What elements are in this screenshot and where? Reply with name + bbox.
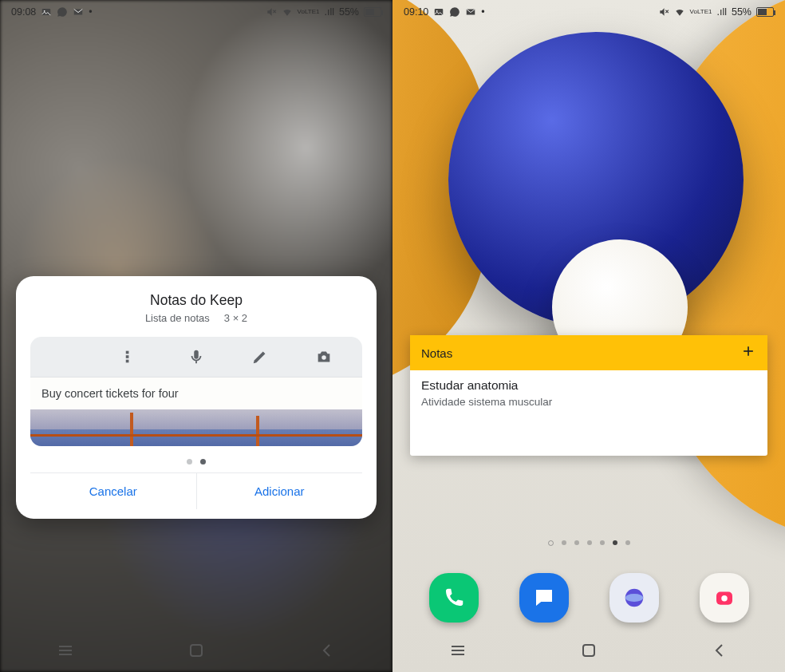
signal-icon: .ıll	[324, 6, 334, 18]
image-icon	[41, 6, 52, 18]
messages-app[interactable]	[519, 573, 569, 623]
svg-rect-4	[126, 351, 129, 354]
note-item[interactable]: Estudar anatomia Atividade sistema muscu…	[410, 370, 767, 408]
whatsapp-icon	[449, 6, 460, 18]
mic-icon[interactable]	[187, 348, 205, 366]
mute-icon	[658, 6, 669, 18]
battery-percent: 55%	[339, 6, 359, 18]
mail-icon	[73, 6, 84, 18]
battery-icon	[756, 7, 774, 17]
widget-size: 3 × 2	[224, 312, 247, 324]
page-dot-active[interactable]	[613, 540, 617, 545]
dialog-subtitle: Lista de notas	[145, 312, 210, 324]
svg-rect-7	[194, 350, 199, 359]
page-dot-home[interactable]	[548, 540, 554, 546]
svg-rect-12	[191, 645, 202, 656]
pager[interactable]	[30, 459, 362, 464]
mail-icon	[465, 6, 476, 18]
note-body: Atividade sistema muscular	[421, 396, 756, 408]
camera-app[interactable]	[700, 573, 749, 623]
wifi-icon	[674, 6, 685, 18]
nav-home[interactable]	[187, 641, 206, 663]
preview-note-image	[30, 409, 362, 446]
checklist-icon[interactable]	[124, 348, 141, 366]
svg-point-20	[625, 594, 643, 602]
phone-app[interactable]	[429, 573, 479, 623]
cancel-button[interactable]: Cancelar	[30, 473, 196, 509]
page-dot[interactable]	[625, 540, 630, 545]
widget-preview-toolbar	[30, 337, 362, 377]
nav-back[interactable]	[318, 641, 337, 663]
status-bar: 09:08 • VoLTE1 .ıll 55%	[0, 0, 392, 24]
svg-rect-5	[126, 355, 129, 358]
more-icon: •	[481, 6, 484, 18]
pager-dot[interactable]	[187, 459, 192, 464]
svg-point-8	[321, 355, 326, 360]
svg-rect-6	[126, 360, 129, 363]
widget-header: Notas	[410, 335, 767, 370]
camera-icon[interactable]	[315, 348, 333, 366]
svg-rect-26	[583, 645, 594, 656]
add-note-button[interactable]	[740, 343, 756, 362]
nav-back[interactable]	[710, 641, 729, 663]
text-note-icon[interactable]	[60, 348, 77, 366]
nav-home[interactable]	[579, 641, 598, 663]
signal-icon: .ıll	[716, 6, 727, 18]
whatsapp-icon	[57, 6, 68, 18]
note-title: Estudar anatomia	[421, 378, 756, 393]
widget-header-title: Notas	[421, 346, 452, 360]
page-dot[interactable]	[562, 540, 566, 545]
page-dot[interactable]	[587, 540, 592, 545]
page-indicator[interactable]	[392, 540, 785, 546]
more-icon: •	[89, 6, 92, 18]
wifi-icon	[282, 6, 293, 18]
preview-note-text: Buy concert tickets for four	[30, 377, 362, 409]
nav-recents[interactable]	[448, 641, 467, 663]
image-icon	[433, 6, 444, 18]
svg-point-22	[721, 595, 728, 602]
battery-percent: 55%	[732, 6, 751, 18]
browser-app[interactable]	[609, 573, 659, 623]
mute-icon	[266, 6, 277, 18]
keep-notes-widget[interactable]: Notas Estudar anatomia Atividade sistema…	[410, 335, 767, 456]
carrier-label: VoLTE1	[690, 9, 712, 15]
carrier-label: VoLTE1	[298, 9, 320, 15]
dock	[392, 573, 785, 623]
widget-preview[interactable]: Buy concert tickets for four	[30, 337, 362, 446]
battery-icon	[364, 7, 381, 17]
nav-bar	[392, 632, 785, 672]
status-time: 09:10	[404, 6, 428, 18]
page-dot[interactable]	[574, 540, 579, 545]
add-button[interactable]: Adicionar	[196, 473, 363, 509]
pager-dot-active[interactable]	[200, 459, 206, 464]
status-bar: 09:10 • VoLTE1 .ıll 55%	[392, 0, 785, 24]
draw-icon[interactable]	[251, 348, 269, 366]
page-dot[interactable]	[600, 540, 605, 545]
status-time: 09:08	[11, 6, 36, 18]
nav-recents[interactable]	[56, 641, 75, 663]
widget-picker-dialog: Notas do Keep Lista de notas 3 × 2 Buy c…	[16, 276, 377, 519]
phone-screen-home: 09:10 • VoLTE1 .ıll 55% Notas Estudar an…	[392, 0, 785, 672]
dialog-title: Notas do Keep	[30, 292, 362, 309]
nav-bar	[0, 632, 392, 672]
phone-screen-widget-picker: 09:08 • VoLTE1 .ıll 55% Notas do Keep Li…	[0, 0, 392, 672]
